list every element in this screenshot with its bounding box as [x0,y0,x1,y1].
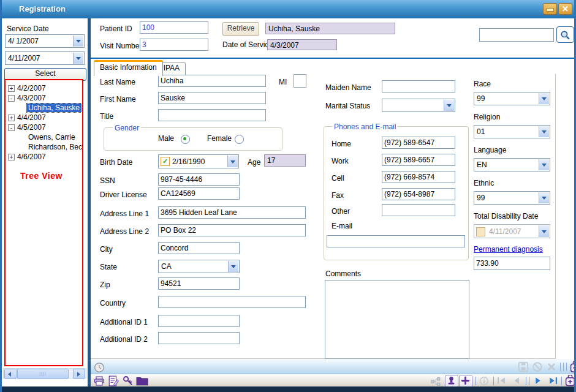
title-input[interactable] [158,109,266,121]
driver-license-input[interactable] [158,187,240,200]
close-button[interactable]: ✕ [558,3,572,15]
first-name-input[interactable] [158,92,266,104]
printer-icon[interactable] [94,375,105,386]
nav-first-icon[interactable] [497,377,506,385]
combo-dropdown-button[interactable] [444,100,454,111]
ssn-input[interactable] [158,173,240,186]
address2-input[interactable] [158,224,306,236]
visit-number-input[interactable] [140,39,208,51]
network-icon[interactable] [431,376,441,387]
ethnic-combo[interactable]: 99 [474,191,550,205]
combo-dropdown-button[interactable] [539,192,549,203]
search-button[interactable] [556,26,574,43]
birth-date-checkbox[interactable]: ✓ [161,157,170,166]
male-radio[interactable] [181,135,190,144]
stamp-button[interactable] [445,375,458,388]
diagnosis-code-input[interactable] [474,257,550,270]
combo-dropdown-button[interactable] [539,225,549,237]
comments-textarea[interactable] [325,280,469,359]
nav-next-icon[interactable] [534,377,543,385]
save-icon[interactable] [518,361,529,372]
female-radio[interactable] [235,135,244,144]
combo-dropdown-button[interactable] [539,93,549,104]
scroll-right-icon [77,372,80,377]
maiden-name-input[interactable] [382,80,455,92]
expand-icon[interactable]: + [8,154,15,160]
tree-node-date[interactable]: -4/3/2007 [8,93,46,103]
total-disability-checkbox[interactable] [476,227,485,236]
add-record-icon[interactable] [565,375,575,386]
tree-node-date[interactable]: -4/5/2007 [8,123,46,132]
expand-icon[interactable]: + [8,85,15,92]
service-date-to-combo[interactable]: 4/11/2007 [5,51,85,65]
minimize-button[interactable] [543,3,557,15]
tree-node-date[interactable]: +4/2/2007 [8,83,46,93]
total-disability-date-picker[interactable]: 4/11/2007 [474,224,550,238]
ethnic-value: 99 [477,194,485,202]
marital-status-combo[interactable] [382,99,455,112]
zip-input[interactable] [158,277,240,290]
permanent-diagnosis-link[interactable]: Permanent diagnosis [474,245,543,254]
first-name-label: First Name [100,95,136,104]
tree-node-patient[interactable]: Richardson, Beck [28,142,82,152]
patient-id-input[interactable] [140,21,208,34]
scroll-left-button[interactable] [4,369,17,379]
close-record-icon[interactable] [546,361,557,372]
email-input[interactable] [327,235,465,247]
collapse-icon[interactable]: - [8,95,15,102]
add-record-icon[interactable] [570,361,576,373]
country-input[interactable] [158,296,306,308]
work-phone-input[interactable] [382,154,455,166]
home-phone-input[interactable] [382,137,455,149]
report-icon[interactable] [108,375,119,386]
language-combo[interactable]: EN [474,158,550,172]
collapse-icon[interactable]: - [8,124,15,131]
mi-input[interactable] [294,74,306,88]
state-combo[interactable]: CA [158,260,240,273]
add-button[interactable] [459,375,472,388]
tree-node-date[interactable]: +4/4/2007 [8,113,46,123]
keys-icon[interactable] [123,375,134,386]
last-name-input[interactable] [158,75,266,87]
tree-node-patient-selected[interactable]: Uchiha, Sauske [26,103,81,113]
additional-id1-input[interactable] [158,315,240,327]
search-input[interactable] [479,28,554,42]
address1-input[interactable] [158,206,306,219]
combo-dropdown-button[interactable] [539,159,549,170]
religion-label: Religion [474,113,500,121]
combo-dropdown-button[interactable] [73,36,83,47]
registration-window: Registration ✕ Service Date 4/ 1/2007 4/… [0,0,576,392]
race-combo[interactable]: 99 [474,92,550,105]
combo-dropdown-button[interactable] [539,126,549,137]
scrollbar-thumb[interactable]: |||| [17,369,69,379]
maiden-name-label: Maiden Name [325,83,371,92]
toolbar-separator [560,363,561,371]
combo-dropdown-button[interactable] [228,261,238,272]
title-label: Title [100,112,113,121]
info-icon[interactable] [479,376,489,386]
gender-group-label: Gender [113,124,141,132]
retrieve-button[interactable]: Retrieve [222,22,259,36]
tab-basic-information[interactable]: Basic Information [94,60,163,76]
chevron-down-icon [542,130,547,134]
service-date-from-combo[interactable]: 4/ 1/2007 [5,34,85,48]
scroll-right-button[interactable] [73,369,85,379]
cell-phone-input[interactable] [382,171,455,183]
combo-dropdown-button[interactable] [73,53,83,64]
tree-horizontal-scrollbar[interactable]: |||| [3,368,86,379]
fax-input[interactable] [382,188,455,200]
religion-combo[interactable]: 01 [474,125,550,138]
tree-node-patient[interactable]: Owens, Carrie [28,132,75,142]
nav-prev-icon[interactable] [512,377,521,385]
expand-icon[interactable]: + [8,115,15,121]
toolbar-separator [529,377,529,385]
folder-icon[interactable] [136,375,148,386]
nav-last-icon[interactable] [548,377,558,385]
combo-dropdown-button[interactable] [227,156,238,167]
other-phone-input[interactable] [382,204,455,216]
tree-node-date[interactable]: +4/6/2007 [8,152,46,162]
cancel-icon[interactable] [532,361,543,372]
birth-date-picker[interactable]: ✓ 2/16/1990 [158,154,239,168]
additional-id2-input[interactable] [158,332,240,344]
city-input[interactable] [158,242,240,254]
